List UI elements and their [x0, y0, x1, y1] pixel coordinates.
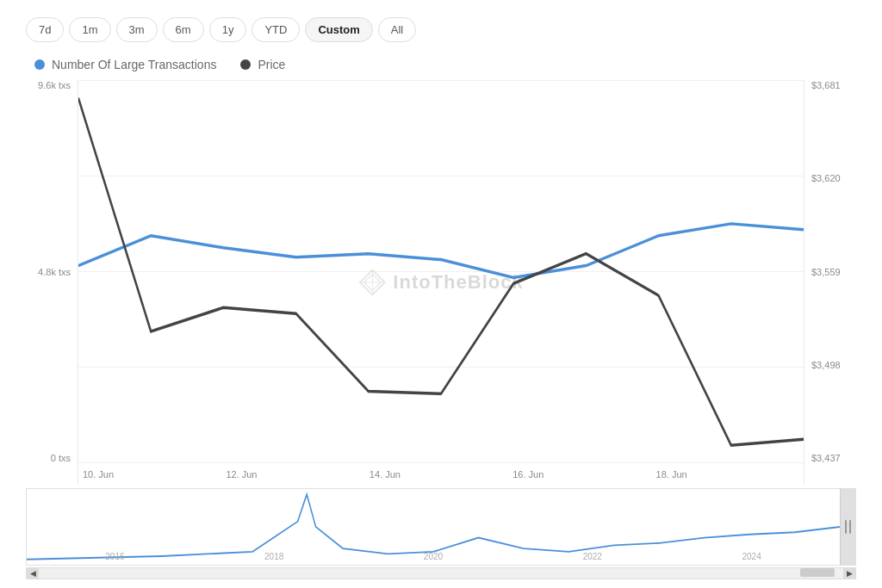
year-2022: 2022: [583, 552, 602, 561]
scrollbar[interactable]: ◀ ▶: [26, 567, 856, 579]
filter-btn-ytd[interactable]: YTD: [252, 17, 300, 42]
chart-svg: [78, 80, 804, 463]
scrollbar-track[interactable]: [39, 568, 843, 579]
main-chart-wrapper: 9.6k txs 4.8k txs 0 txs: [26, 80, 856, 485]
legend-item-transactions: Number Of Large Transactions: [34, 58, 216, 71]
y-right-2: $3,620: [811, 173, 856, 183]
year-2020: 2020: [424, 552, 443, 561]
scrollbar-thumb[interactable]: [800, 568, 835, 577]
y-right-5: $3,437: [811, 453, 856, 463]
x-label-4: 16. Jun: [512, 469, 543, 480]
chart-legend: Number Of Large Transactions Price: [26, 58, 856, 71]
x-label-2: 12. Jun: [226, 469, 257, 480]
legend-dot-price: [240, 59, 251, 70]
chart-inner: IntoTheBlock 10. Jun 12. Jun 14. Jun: [78, 80, 804, 485]
scrollbar-right-button[interactable]: ▶: [843, 567, 855, 579]
y-right-4: $3,498: [811, 360, 856, 370]
y-right-1: $3,681: [811, 80, 856, 90]
filter-btn-1m[interactable]: 1m: [69, 17, 110, 42]
y-axis-left: 9.6k txs 4.8k txs 0 txs: [26, 80, 78, 485]
x-label-5: 18. Jun: [656, 469, 687, 480]
mini-scroll-handle[interactable]: [840, 489, 855, 565]
main-container: 7d1m3m6m1yYTDCustomAll Number Of Large T…: [0, 0, 882, 588]
legend-label-price: Price: [258, 58, 285, 71]
y-left-mid: 4.8k txs: [26, 267, 71, 277]
mini-chart-container: 2016 2018 2020 2022 2024: [26, 488, 856, 566]
x-axis: 10. Jun 12. Jun 14. Jun 16. Jun 18. Jun: [78, 463, 804, 485]
filter-btn-all[interactable]: All: [378, 17, 416, 42]
year-2016: 2016: [105, 552, 124, 561]
legend-dot-transactions: [34, 59, 45, 70]
mini-chart-inner: 2016 2018 2020 2022 2024: [27, 489, 840, 565]
transactions-line: [78, 224, 804, 278]
svg-rect-6: [849, 520, 851, 534]
price-line: [78, 98, 804, 445]
year-2018: 2018: [264, 552, 283, 561]
filter-btn-1y[interactable]: 1y: [209, 17, 247, 42]
y-axis-right: $3,681 $3,620 $3,559 $3,498 $3,437: [804, 80, 856, 485]
x-label-1: 10. Jun: [83, 469, 114, 480]
y-left-bot: 0 txs: [26, 453, 71, 463]
x-label-3: 14. Jun: [370, 469, 401, 480]
chart-area: 9.6k txs 4.8k txs 0 txs: [26, 80, 856, 579]
filter-btn-6m[interactable]: 6m: [163, 17, 204, 42]
scrollbar-left-button[interactable]: ◀: [27, 567, 39, 579]
svg-rect-5: [845, 520, 847, 534]
legend-item-price: Price: [240, 58, 285, 71]
y-right-3: $3,559: [811, 267, 856, 277]
year-2024: 2024: [742, 552, 761, 561]
legend-label-transactions: Number Of Large Transactions: [52, 58, 216, 71]
filter-btn-7d[interactable]: 7d: [26, 17, 64, 42]
filter-btn-3m[interactable]: 3m: [116, 17, 158, 42]
time-filter-bar: 7d1m3m6m1yYTDCustomAll: [26, 17, 856, 42]
y-left-top: 9.6k txs: [26, 80, 71, 90]
scroll-handle-icon: [843, 518, 854, 535]
filter-btn-custom[interactable]: Custom: [305, 17, 372, 42]
mini-year-labels: 2016 2018 2020 2022 2024: [27, 552, 840, 561]
